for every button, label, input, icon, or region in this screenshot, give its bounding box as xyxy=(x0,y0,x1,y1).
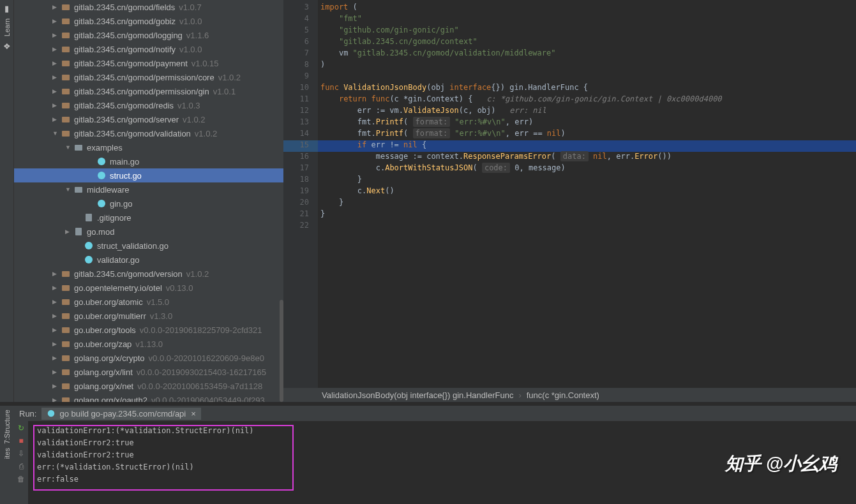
tree-item-version: v0.0.0-20201016220609-9e8e0 xyxy=(149,353,264,363)
code-line[interactable]: err := vm.ValidateJson(c, obj) err: nil xyxy=(318,106,856,117)
tree-arrow-icon[interactable]: ▶ xyxy=(52,327,59,333)
tree-row[interactable]: ▶gitlab.2345.cn/gomod/serverv1.0.2 xyxy=(14,112,283,126)
code-line[interactable]: } xyxy=(318,175,856,186)
tree-arrow-icon[interactable]: ▶ xyxy=(52,299,59,305)
tree-row[interactable]: ▶golang.org/x/cryptov0.0.0-2020101622060… xyxy=(14,351,283,365)
trash-icon[interactable]: 🗑 xyxy=(17,475,25,484)
svg-rect-9 xyxy=(62,131,70,137)
code-editor[interactable]: 345678910111213141516171819202122 import… xyxy=(283,0,856,388)
code-area[interactable]: import ( "fmt" "github.com/gin-gonic/gin… xyxy=(318,0,856,388)
tree-arrow-icon[interactable]: ▼ xyxy=(52,130,59,137)
bookmark-icon[interactable]: ❖ xyxy=(0,41,13,51)
code-line[interactable]: fmt.Printf( format: "err:%#v\n", err) xyxy=(318,117,856,129)
breadcrumb-item[interactable]: func(c *gin.Context) xyxy=(527,390,599,400)
code-line[interactable]: "github.com/gin-gonic/gin" xyxy=(318,26,856,37)
tree-row[interactable]: ▶go.mod xyxy=(14,225,283,239)
tree-row[interactable]: gin.go xyxy=(14,196,283,211)
tree-item-version: v0.13.0 xyxy=(166,283,193,293)
svg-point-14 xyxy=(98,200,105,207)
tree-item-name: golang.org/x/crypto xyxy=(74,353,145,363)
tree-arrow-icon[interactable]: ▶ xyxy=(52,88,59,94)
down-icon[interactable]: ⇩ xyxy=(18,449,24,458)
tree-arrow-icon[interactable]: ▶ xyxy=(52,341,59,347)
tree-arrow-icon[interactable]: ▼ xyxy=(65,186,71,193)
tree-row[interactable]: ▶go.uber.org/atomicv1.5.0 xyxy=(14,295,283,309)
tree-row[interactable]: ▼examples xyxy=(14,140,283,154)
tree-row[interactable]: ▶gitlab.2345.cn/gomod/paymentv1.0.15 xyxy=(14,56,283,70)
tree-row[interactable]: struct_validation.go xyxy=(14,239,283,253)
tree-arrow-icon[interactable]: ▶ xyxy=(52,285,59,291)
tree-row[interactable]: ▶go.uber.org/zapv1.13.0 xyxy=(14,337,283,351)
learn-tool-label[interactable]: Learn xyxy=(3,19,11,36)
tree-row[interactable]: ▶gitlab.2345.cn/gomod/loggingv1.1.6 xyxy=(14,28,283,42)
code-line[interactable]: func ValidationJsonBody(obj interface{})… xyxy=(318,83,856,94)
tree-row[interactable]: ▶gitlab.2345.cn/gomod/fieldsv1.0.7 xyxy=(14,0,283,14)
tree-arrow-icon[interactable]: ▶ xyxy=(52,4,59,10)
code-line[interactable]: c.AbortWithStatusJSON( code: 0, message) xyxy=(318,163,856,175)
code-line[interactable]: return func(c *gin.Context) { c: *github… xyxy=(318,94,856,106)
tree-row[interactable]: ▶go.opentelemetry.io/otelv0.13.0 xyxy=(14,281,283,295)
tree-row[interactable]: ▶gitlab.2345.cn/gomod/versionv1.0.2 xyxy=(14,267,283,281)
code-line[interactable]: message := context.ResponseParamsError( … xyxy=(318,152,856,163)
run-tab[interactable]: go build go-pay.2345.com/cmd/api × xyxy=(41,408,200,420)
tree-row[interactable]: .gitignore xyxy=(14,211,283,225)
tree-row[interactable]: ▼middleware xyxy=(14,182,283,196)
tree-row[interactable]: ▼gitlab.2345.cn/gomod/validationv1.0.2 xyxy=(14,126,283,140)
tree-arrow-icon[interactable]: ▶ xyxy=(52,102,59,108)
tree-row[interactable]: ▶gitlab.2345.cn/gomod/permission/corev1.… xyxy=(14,70,283,84)
tree-arrow-icon[interactable]: ▶ xyxy=(65,228,71,235)
structure-tool-label[interactable]: 7:Structure xyxy=(3,410,11,444)
tree-arrow-icon[interactable]: ▶ xyxy=(52,46,59,52)
tree-arrow-icon[interactable]: ▶ xyxy=(52,18,59,24)
code-line[interactable] xyxy=(318,71,856,83)
folder-icon xyxy=(74,143,84,152)
project-tree[interactable]: ▶gitlab.2345.cn/gomod/fieldsv1.0.7▶gitla… xyxy=(14,0,283,402)
tree-row[interactable]: ▶go.uber.org/toolsv0.0.0-20190618225709-… xyxy=(14,323,283,337)
tree-arrow-icon[interactable]: ▶ xyxy=(52,60,59,66)
tree-arrow-icon[interactable]: ▼ xyxy=(65,144,71,151)
stop-icon[interactable]: ■ xyxy=(19,436,23,445)
output-highlight-box: validationError1:(*validation.StructErro… xyxy=(33,425,294,491)
code-line[interactable]: "fmt" xyxy=(318,14,856,26)
tree-row[interactable]: ▶gitlab.2345.cn/gomod/redisv1.0.3 xyxy=(14,98,283,112)
code-line[interactable]: import ( xyxy=(318,3,856,14)
tree-row[interactable]: ▶go.uber.org/multierrv1.3.0 xyxy=(14,309,283,323)
code-line[interactable]: ) xyxy=(318,60,856,71)
tree-arrow-icon[interactable]: ▶ xyxy=(52,397,59,402)
rerun-icon[interactable]: ↻ xyxy=(18,424,24,433)
tree-row[interactable]: main.go xyxy=(14,154,283,168)
tree-row[interactable]: ▶golang.org/x/oauth2v0.0.0-2019060405344… xyxy=(14,393,283,402)
code-line[interactable]: } xyxy=(318,198,856,209)
editor-breadcrumb[interactable]: ValidationJsonBody(obj interface{}) gin.… xyxy=(283,388,856,402)
pkg-icon xyxy=(61,325,71,334)
code-line[interactable]: vm "gitlab.2345.cn/gomod/validation/midd… xyxy=(318,48,856,60)
code-line[interactable]: c.Next() xyxy=(318,186,856,198)
code-line[interactable]: fmt.Printf( format: "err:%#v\n", err == … xyxy=(318,129,856,140)
tree-row[interactable]: ▶golang.org/x/lintv0.0.0-20190930215403-… xyxy=(14,365,283,379)
run-toolbar: ↻ ■ ⇩ ⎙ 🗑 xyxy=(14,421,28,504)
tree-arrow-icon[interactable]: ▶ xyxy=(52,355,59,361)
tree-arrow-icon[interactable]: ▶ xyxy=(52,313,59,319)
tree-item-version: v1.0.15 xyxy=(191,59,219,68)
tree-arrow-icon[interactable]: ▶ xyxy=(52,383,59,389)
breadcrumb-item[interactable]: ValidationJsonBody(obj interface{}) gin.… xyxy=(322,390,513,400)
tree-row[interactable]: ▶gitlab.2345.cn/gomod/notifyv1.0.0 xyxy=(14,42,283,56)
tree-arrow-icon[interactable]: ▶ xyxy=(52,116,59,122)
code-line[interactable] xyxy=(318,221,856,232)
tree-row[interactable]: ▶gitlab.2345.cn/gomod/gobizv1.0.0 xyxy=(14,14,283,28)
tree-arrow-icon[interactable]: ▶ xyxy=(52,32,59,38)
tree-arrow-icon[interactable]: ▶ xyxy=(52,271,59,277)
project-icon[interactable]: ▮ xyxy=(0,4,13,13)
tree-row[interactable]: validator.go xyxy=(14,253,283,267)
close-icon[interactable]: × xyxy=(191,409,196,419)
tree-arrow-icon[interactable]: ▶ xyxy=(52,74,59,80)
tree-row[interactable]: ▶golang.org/x/netv0.0.0-20201006153459-a… xyxy=(14,379,283,393)
code-line[interactable]: } xyxy=(318,209,856,221)
code-line[interactable]: if err != nil { xyxy=(318,140,856,152)
tree-row[interactable]: struct.go xyxy=(14,168,283,182)
code-line[interactable]: "gitlab.2345.cn/gomod/context" xyxy=(318,37,856,48)
ites-tool-label[interactable]: ites xyxy=(3,448,11,459)
tree-row[interactable]: ▶gitlab.2345.cn/gomod/permission/ginv1.0… xyxy=(14,84,283,98)
print-icon[interactable]: ⎙ xyxy=(19,462,24,471)
tree-arrow-icon[interactable]: ▶ xyxy=(52,369,59,375)
